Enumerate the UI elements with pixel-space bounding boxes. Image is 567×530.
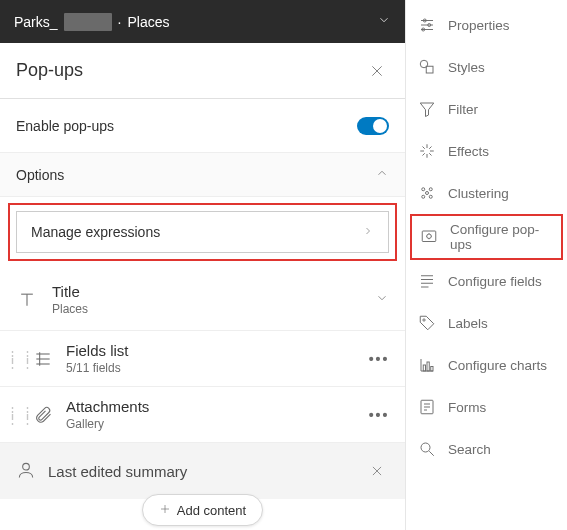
popup-title-item[interactable]: Title Places (0, 269, 405, 331)
layer-name-part-b: Places (127, 14, 169, 30)
close-panel-button[interactable] (365, 59, 389, 83)
fields-list-sub: 5/11 fields (66, 361, 355, 375)
fields-list-actions[interactable]: ••• (365, 351, 393, 367)
add-content-button[interactable]: Add content (142, 494, 263, 526)
enable-popups-toggle[interactable] (357, 117, 389, 135)
svg-point-33 (429, 195, 432, 198)
tool-label: Forms (448, 400, 486, 415)
fields-list-label: Fields list (66, 342, 355, 359)
drag-handle-icon[interactable]: ⋮⋮⋮⋮ (6, 408, 20, 422)
properties-icon (418, 16, 436, 34)
title-icon (16, 290, 38, 310)
svg-marker-21 (420, 103, 434, 117)
tool-effects[interactable]: Effects (406, 130, 567, 172)
attachments-item[interactable]: ⋮⋮⋮⋮ Attachments Gallery ••• (0, 387, 405, 443)
attachments-label: Attachments (66, 398, 355, 415)
chevron-up-icon (375, 166, 389, 183)
drag-handle-icon[interactable]: ⋮⋮⋮⋮ (6, 352, 20, 366)
svg-rect-48 (423, 365, 425, 371)
attachments-actions[interactable]: ••• (365, 407, 393, 423)
svg-rect-50 (431, 367, 433, 372)
enable-popups-label: Enable pop-ups (16, 118, 114, 134)
filter-icon (418, 100, 436, 118)
close-summary-button[interactable] (365, 459, 389, 483)
tool-labels[interactable]: Labels (406, 302, 567, 344)
svg-line-56 (429, 451, 434, 456)
fields-list-icon (30, 349, 56, 369)
tool-label: Labels (448, 316, 488, 331)
svg-point-31 (429, 188, 432, 191)
layer-separator-dot: · (118, 14, 122, 30)
title-item-sub: Places (52, 302, 361, 316)
panel-title: Pop-ups (16, 60, 83, 81)
forms-icon (418, 398, 436, 416)
svg-line-26 (423, 147, 425, 149)
manage-expressions-button[interactable]: Manage expressions (16, 211, 389, 253)
tool-label: Search (448, 442, 491, 457)
search-icon (418, 440, 436, 458)
tool-label: Filter (448, 102, 478, 117)
svg-line-28 (423, 153, 425, 155)
toggle-knob (373, 119, 387, 133)
tool-configure-fields[interactable]: Configure fields (406, 260, 567, 302)
svg-point-8 (23, 463, 30, 470)
person-icon (16, 460, 36, 483)
configure-popups-icon (420, 228, 438, 246)
tool-search[interactable]: Search (406, 428, 567, 470)
tool-styles[interactable]: Styles (406, 46, 567, 88)
fields-list-item[interactable]: ⋮⋮⋮⋮ Fields list 5/11 fields ••• (0, 331, 405, 387)
tool-label: Clustering (448, 186, 509, 201)
tool-label: Styles (448, 60, 485, 75)
svg-point-34 (426, 192, 429, 195)
labels-icon (418, 314, 436, 332)
plus-icon (159, 503, 171, 518)
svg-point-30 (422, 188, 425, 191)
options-label: Options (16, 167, 64, 183)
tool-configure-charts[interactable]: Configure charts (406, 344, 567, 386)
svg-rect-20 (426, 66, 433, 73)
svg-point-45 (423, 319, 425, 321)
svg-rect-49 (427, 362, 429, 371)
tool-properties[interactable]: Properties (406, 4, 567, 46)
tool-filter[interactable]: Filter (406, 88, 567, 130)
configure-fields-icon (418, 272, 436, 290)
styles-icon (418, 58, 436, 76)
layer-selector-bar[interactable]: Parks_ · Places (0, 0, 405, 43)
enable-popups-row: Enable pop-ups (0, 99, 405, 153)
add-content-label: Add content (177, 503, 246, 518)
tool-label: Configure charts (448, 358, 547, 373)
svg-point-32 (422, 195, 425, 198)
title-item-label: Title (52, 283, 361, 300)
svg-line-29 (429, 147, 431, 149)
chevron-down-icon[interactable] (377, 13, 391, 30)
tool-forms[interactable]: Forms (406, 386, 567, 428)
tool-clustering[interactable]: Clustering (406, 172, 567, 214)
svg-rect-35 (422, 231, 436, 242)
highlight-manage-expressions: Manage expressions (8, 203, 397, 261)
configure-charts-icon (418, 356, 436, 374)
tool-label: Configure pop-ups (450, 222, 553, 252)
svg-point-36 (427, 234, 432, 239)
manage-expressions-label: Manage expressions (31, 224, 160, 240)
svg-line-27 (429, 153, 431, 155)
tool-configure-popups[interactable]: Configure pop-ups (410, 214, 563, 260)
tool-label: Effects (448, 144, 489, 159)
chevron-down-icon[interactable] (375, 291, 389, 308)
attachments-sub: Gallery (66, 417, 355, 431)
options-header[interactable]: Options (0, 153, 405, 197)
clustering-icon (418, 184, 436, 202)
last-edited-summary-label: Last edited summary (48, 463, 353, 480)
layer-tools-sidebar: Properties Styles Filter Effects Cluster (406, 0, 567, 530)
chevron-right-icon (362, 224, 374, 240)
attachments-icon (30, 405, 56, 425)
layer-name-part-a: Parks_ (14, 14, 58, 30)
redacted-segment (64, 13, 112, 31)
tool-label: Configure fields (448, 274, 542, 289)
effects-icon (418, 142, 436, 160)
popups-panel: Parks_ · Places Pop-ups Enable pop-ups (0, 0, 406, 530)
svg-point-55 (421, 443, 430, 452)
last-edited-summary-row: Last edited summary (0, 443, 405, 499)
tool-label: Properties (448, 18, 510, 33)
panel-title-row: Pop-ups (0, 43, 405, 99)
